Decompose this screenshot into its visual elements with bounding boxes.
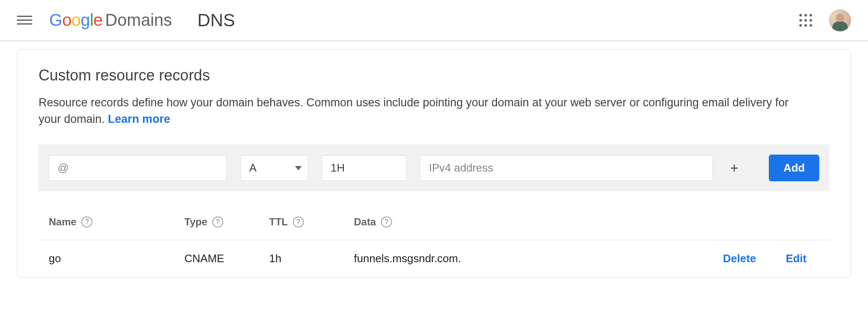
record-data-input[interactable] — [429, 161, 704, 175]
add-record-button[interactable]: Add — [769, 155, 819, 181]
th-name: Name ? — [49, 216, 184, 228]
chevron-down-icon — [295, 166, 302, 170]
record-ttl-input-wrap — [322, 155, 406, 181]
apps-grid-icon[interactable] — [799, 14, 812, 27]
menu-icon[interactable] — [17, 13, 32, 28]
help-icon[interactable]: ? — [81, 216, 92, 227]
th-ttl: TTL ? — [269, 216, 354, 228]
cell-type: CNAME — [184, 252, 269, 265]
help-icon[interactable]: ? — [212, 216, 223, 227]
th-ttl-label: TTL — [269, 216, 288, 228]
cell-ttl: 1h — [269, 252, 354, 265]
help-icon[interactable]: ? — [293, 216, 304, 227]
record-name-input[interactable] — [58, 161, 218, 175]
edit-button[interactable]: Edit — [786, 252, 807, 265]
app-header: Google Domains DNS — [0, 0, 868, 41]
table-header: Name ? Type ? TTL ? Data ? — [39, 204, 829, 240]
row-actions: Delete Edit — [591, 252, 819, 265]
delete-button[interactable]: Delete — [723, 252, 756, 265]
th-data: Data ? — [354, 216, 591, 228]
record-name-input-wrap — [49, 155, 227, 181]
record-data-input-wrap — [420, 155, 713, 181]
record-type-select[interactable]: A — [240, 155, 308, 181]
table-row: go CNAME 1h funnels.msgsndr.com. Delete … — [39, 240, 829, 277]
cell-data: funnels.msgsndr.com. — [354, 252, 591, 265]
record-type-value: A — [249, 161, 256, 175]
resource-records-card: Custom resource records Resource records… — [17, 49, 851, 277]
record-ttl-input[interactable] — [331, 161, 398, 175]
th-type-label: Type — [184, 216, 207, 228]
page-title: DNS — [198, 10, 235, 30]
help-icon[interactable]: ? — [381, 216, 392, 227]
product-name: Domains — [105, 11, 172, 30]
th-data-label: Data — [354, 216, 376, 228]
google-domains-logo[interactable]: Google Domains — [49, 11, 172, 30]
th-name-label: Name — [49, 216, 76, 228]
card-title: Custom resource records — [39, 67, 829, 84]
records-table: Name ? Type ? TTL ? Data ? — [39, 204, 829, 277]
add-record-strip: A + Add — [39, 144, 829, 191]
th-type: Type ? — [184, 216, 269, 228]
avatar[interactable] — [829, 9, 851, 31]
learn-more-link[interactable]: Learn more — [108, 113, 170, 125]
card-description: Resource records define how your domain … — [39, 94, 810, 128]
cell-name: go — [49, 252, 184, 265]
add-data-entry-button[interactable]: + — [726, 161, 742, 176]
